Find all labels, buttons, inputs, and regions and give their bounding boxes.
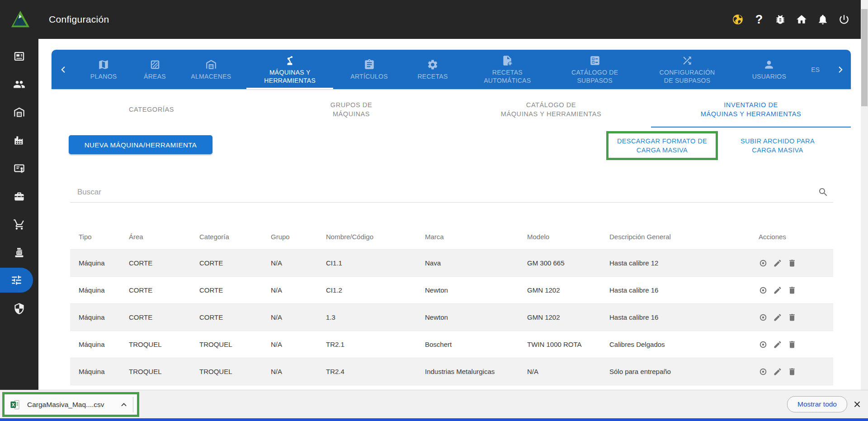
cell-categoria: TROQUEL (199, 341, 271, 348)
chevron-left-icon (58, 65, 68, 75)
search-icon[interactable] (818, 187, 829, 198)
cell-tipo: Máquina (70, 286, 129, 294)
upload-file-link[interactable]: SUBIR ARCHIDO PARA CARGA MASIVA (721, 137, 834, 155)
vertical-scrollbar[interactable] (861, 0, 868, 390)
tabs-scroll-left-button[interactable] (52, 50, 75, 89)
main-tab-maquinas-y-herramientas[interactable]: MÁQUINAS Y HERRAMIENTAS (246, 50, 333, 89)
sidebar-item-cart[interactable] (0, 210, 38, 238)
scrollbar-thumb[interactable] (861, 9, 868, 106)
downloaded-filename: CargaMasiva_Maq....csv (27, 401, 104, 409)
main-tab-label: ARTÍCULOS (350, 72, 388, 80)
delete-button[interactable] (788, 367, 797, 376)
power-icon[interactable] (838, 14, 850, 25)
help-icon[interactable]: ? (753, 14, 765, 25)
view-button[interactable] (759, 340, 768, 349)
delete-button[interactable] (788, 313, 797, 322)
main-content: PLANOSÁREASALMACENESMÁQUINAS Y HERRAMIEN… (38, 39, 861, 390)
cell-marca: Newton (425, 313, 527, 321)
cell-descripcion-general: Hasta calibre 16 (609, 313, 759, 321)
column-header-descripcion-general: Descripción General (609, 233, 759, 241)
cell-nombre-codigo: 1.3 (326, 313, 425, 321)
sidebar-item-certificate[interactable] (0, 154, 38, 182)
register-icon (13, 246, 25, 259)
sidebar-item-register[interactable] (0, 238, 38, 266)
main-tab-areas[interactable]: ÁREAS (134, 50, 176, 89)
edit-button[interactable] (773, 367, 782, 376)
certificate-icon (13, 162, 25, 175)
downloaded-file-chip[interactable]: X CargaMasiva_Maq....csv (5, 394, 137, 415)
main-tab-configuracion-de-subpasos[interactable]: CONFIGURACIÓN DE SUBPASOS (639, 50, 736, 89)
delete-button[interactable] (788, 286, 797, 295)
sub-tab-catalogo-de-maquinas-y-herramientas[interactable]: CATÁLOGO DE MÁQUINAS Y HERRAMIENTAS (451, 91, 651, 128)
main-tab-label: MÁQUINAS Y HERRAMIENTAS (264, 68, 316, 85)
globe-icon[interactable] (732, 14, 744, 25)
sub-tab-bar: CATEGORÍASGRUPOS DE MÁQUINASCATÁLOGO DE … (52, 91, 851, 128)
view-button[interactable] (759, 259, 768, 268)
sub-tab-grupos-de-maquinas[interactable]: GRUPOS DE MÁQUINAS (251, 91, 451, 128)
sub-tab-inventario-de-maquinas-y-herramientas[interactable]: INVENTARIO DE MÁQUINAS Y HERRAMIENTAS (651, 91, 851, 128)
edit-button[interactable] (773, 286, 782, 295)
cell-grupo: N/A (271, 286, 326, 294)
main-tab-label: CONFIGURACIÓN DE SUBPASOS (660, 68, 715, 85)
main-tab-label: ES (811, 66, 820, 74)
app-logo-icon[interactable] (10, 9, 31, 30)
sidebar-item-warehouse[interactable] (0, 98, 38, 126)
sidebar-item-news[interactable] (0, 42, 38, 70)
cell-categoria: CORTE (199, 286, 271, 294)
topbar-actions: ? (732, 14, 850, 25)
edit-button[interactable] (773, 340, 782, 349)
excel-file-icon: X (10, 399, 21, 410)
cell-area: TROQUEL (129, 368, 199, 375)
tabs-scroll-right-button[interactable] (830, 50, 851, 89)
cell-descripcion-general: Hasta calibre 12 (609, 259, 759, 267)
view-button[interactable] (759, 286, 768, 295)
bug-icon[interactable] (774, 14, 786, 25)
cell-tipo: Máquina (70, 313, 129, 321)
download-format-link[interactable]: DESCARGAR FORMATO DE CARGA MASIVA (617, 137, 707, 155)
main-tab-estaciones-truncated[interactable]: ES (803, 50, 828, 89)
cell-modelo: GMN 1202 (527, 313, 609, 321)
show-all-downloads-button[interactable]: Mostrar todo (787, 396, 847, 412)
main-tab-articulos[interactable]: ARTÍCULOS (337, 50, 401, 89)
pencil-icon (773, 259, 782, 268)
cell-categoria: CORTE (199, 313, 271, 321)
main-tab-planos[interactable]: PLANOS (77, 50, 130, 89)
sub-tab-label: CATÁLOGO DE MÁQUINAS Y HERRAMIENTAS (501, 100, 601, 118)
cell-area: CORTE (129, 259, 199, 267)
delete-button[interactable] (788, 259, 797, 268)
sidebar-item-factory[interactable] (0, 126, 38, 154)
main-tab-almacenes[interactable]: ALMACENES (179, 50, 243, 89)
sidebar-item-shield[interactable] (0, 294, 38, 322)
chevron-up-icon[interactable] (119, 400, 128, 409)
view-button[interactable] (759, 367, 768, 376)
column-header-marca: Marca (425, 233, 527, 241)
home-icon[interactable] (796, 14, 807, 25)
cell-acciones (759, 340, 833, 349)
sub-tab-categorias[interactable]: CATEGORÍAS (52, 91, 251, 128)
sidebar-item-tune[interactable] (0, 268, 33, 293)
close-download-bar-icon[interactable] (853, 400, 862, 409)
warehouse-icon (205, 59, 217, 71)
cell-modelo: GMN 1202 (527, 286, 609, 294)
table-row: MáquinaCORTECORTEN/ACI1.1NavaGM 300 665H… (70, 249, 833, 276)
main-tab-recetas[interactable]: RECETAS (405, 50, 460, 89)
sidebar-item-people[interactable] (0, 70, 38, 98)
pencil-icon (773, 340, 782, 349)
column-header-modelo: Modelo (527, 233, 609, 241)
table-row: MáquinaCORTECORTEN/ACI1.2NewtonGMN 1202H… (70, 276, 833, 303)
main-tab-label: PLANOS (90, 72, 117, 80)
cell-grupo: N/A (271, 313, 326, 321)
bell-icon[interactable] (817, 14, 829, 25)
main-tab-catalogo-de-subpasos[interactable]: CATÁLOGO DE SUBPASOS (555, 50, 635, 89)
edit-button[interactable] (773, 259, 782, 268)
search-input[interactable] (70, 182, 814, 202)
map-icon (98, 59, 109, 71)
delete-button[interactable] (788, 340, 797, 349)
new-machine-button[interactable]: NUEVA MÁQUINA/HERRAMIENTA (69, 135, 212, 154)
view-button[interactable] (759, 313, 768, 322)
edit-button[interactable] (773, 313, 782, 322)
main-tab-usuarios[interactable]: USUARIOS (739, 50, 799, 89)
sidebar-item-toolbox[interactable] (0, 182, 38, 210)
main-tab-recetas-automaticas[interactable]: RECETAS AUTOMÁTICAS (464, 50, 551, 89)
trash-icon (788, 313, 797, 322)
